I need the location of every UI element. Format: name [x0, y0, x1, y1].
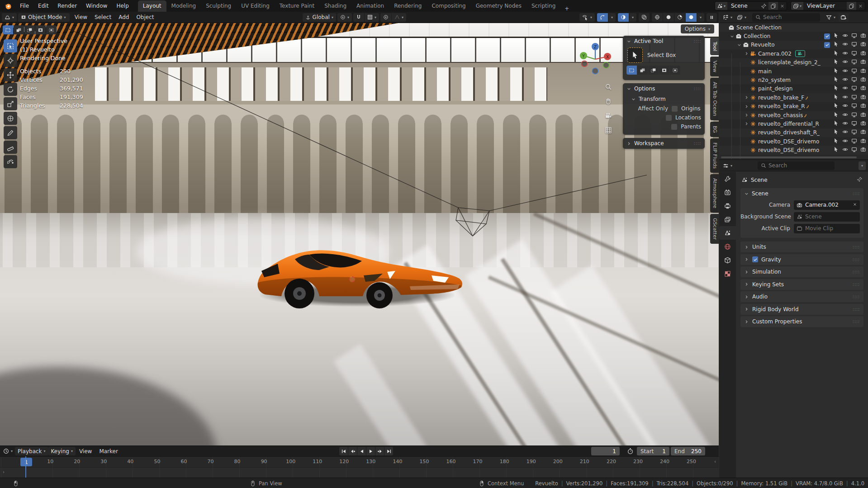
transform-subsection[interactable]: Transform	[623, 94, 705, 104]
hide-toggle[interactable]	[842, 50, 848, 57]
navigation-gizmo[interactable]: Z Y X	[576, 40, 614, 78]
blender-logo-icon[interactable]	[0, 2, 15, 10]
shading-material-button[interactable]	[674, 13, 685, 22]
disable-viewport-toggle[interactable]	[851, 103, 857, 110]
scene-icon[interactable]: ▾	[715, 2, 727, 10]
play-button[interactable]	[366, 447, 375, 455]
shading-solid-button[interactable]	[663, 13, 674, 22]
properties-tab-viewlayer[interactable]	[719, 213, 736, 226]
tool-select-box[interactable]	[4, 39, 17, 52]
pan-button[interactable]	[602, 95, 614, 107]
viewlayer-selector-value[interactable]: ViewLayer	[803, 3, 847, 9]
show-overlays-toggle[interactable]	[618, 13, 629, 22]
properties-tab-render[interactable]	[719, 185, 736, 199]
hide-toggle[interactable]	[842, 112, 848, 119]
scene-panel-header[interactable]: Scene::::	[740, 188, 863, 199]
selectable-toggle[interactable]	[833, 138, 839, 145]
outliner-row[interactable]: revuelto_DSE_drivemo	[719, 146, 868, 154]
outliner-row[interactable]: main	[719, 67, 868, 76]
orientation-dropdown[interactable]: Global▾	[303, 13, 336, 22]
start-frame-field[interactable]: Start1	[637, 447, 669, 455]
outliner-row[interactable]: Scene Collection	[719, 23, 868, 32]
hide-toggle[interactable]	[842, 138, 848, 145]
outliner-editor-type-button[interactable]: ▾	[721, 13, 734, 22]
collection-checkbox[interactable]	[824, 42, 830, 48]
workspace-tab-animation[interactable]: Animation	[351, 0, 389, 12]
select-mode-intersect[interactable]	[46, 25, 57, 34]
workspace-tab-geometry-nodes[interactable]: Geometry Nodes	[471, 0, 526, 12]
select-mode-subtract[interactable]	[24, 25, 35, 34]
proportional-falloff-dropdown[interactable]: ▾	[392, 13, 406, 22]
pin-icon[interactable]	[857, 176, 863, 184]
tool-rotate[interactable]	[4, 83, 17, 96]
hide-toggle[interactable]	[842, 129, 848, 136]
disable-render-toggle[interactable]	[860, 120, 866, 128]
disable-render-toggle[interactable]	[860, 103, 866, 110]
section-custom-properties[interactable]: Custom Properties::::	[740, 316, 863, 327]
disable-render-toggle[interactable]	[860, 41, 866, 48]
expand-toggle[interactable]	[729, 34, 735, 39]
hide-toggle[interactable]	[842, 103, 848, 110]
tool-annotate[interactable]	[4, 126, 17, 139]
gizmo-dropdown[interactable]: ▾	[608, 13, 616, 22]
checkbox-locations[interactable]	[666, 115, 672, 121]
shading-rendered-button[interactable]	[686, 13, 697, 22]
tool-cursor[interactable]	[4, 54, 17, 67]
tool-transform[interactable]	[4, 112, 17, 125]
select-mode-invert[interactable]	[659, 66, 669, 75]
copy-icon[interactable]	[847, 2, 856, 10]
tool-add-cube[interactable]	[4, 155, 17, 168]
outliner-row[interactable]: revuelto_DSE_drivemo	[719, 137, 868, 146]
copy-icon[interactable]	[768, 2, 778, 10]
disable-viewport-toggle[interactable]	[851, 41, 857, 48]
section-units[interactable]: Units::::	[740, 242, 863, 252]
workspace-tab-rendering[interactable]: Rendering	[389, 0, 427, 12]
section-rigid-body-world[interactable]: Rigid Body World::::	[740, 304, 863, 315]
disable-render-toggle[interactable]	[860, 85, 866, 92]
viewlayer-selector[interactable]: ▾ ViewLayer	[791, 1, 865, 10]
jump-to-start-button[interactable]	[339, 447, 348, 455]
disable-viewport-toggle[interactable]	[851, 33, 857, 40]
outliner-row[interactable]: revuelto_driveshaft_R_	[719, 128, 868, 137]
select-mode-subtract[interactable]	[648, 66, 659, 75]
pivot-dropdown[interactable]: ▾	[337, 13, 352, 22]
select-mode-extend[interactable]	[14, 25, 24, 34]
options-dropdown[interactable]: Options▾	[681, 24, 714, 33]
disable-render-toggle[interactable]	[860, 33, 866, 40]
select-mode-invert[interactable]	[35, 25, 46, 34]
auto-keying-icon[interactable]	[627, 448, 634, 456]
workspace-tab-compositing[interactable]: Compositing	[427, 0, 470, 12]
tool-move[interactable]	[4, 68, 17, 81]
scene-selector-value[interactable]: Scene	[727, 3, 759, 9]
selectable-toggle[interactable]	[833, 94, 839, 101]
expand-toggle[interactable]	[743, 113, 750, 118]
sidebar-tab-flip-fluids[interactable]: FLIP Fluids	[710, 138, 719, 173]
ortho-toggle-button[interactable]	[602, 124, 614, 136]
selectable-toggle[interactable]	[833, 59, 839, 66]
selectable-toggle[interactable]	[833, 120, 839, 128]
sidebar-tab-atmosphere[interactable]: Atmosphere	[710, 174, 719, 213]
disable-viewport-toggle[interactable]	[851, 112, 857, 119]
properties-editor-type-button[interactable]: ▾	[721, 161, 734, 170]
tool-scale[interactable]	[4, 97, 17, 110]
current-frame-indicator[interactable]: 1	[20, 458, 32, 466]
hide-toggle[interactable]	[842, 85, 848, 92]
workspace-tab-texture-paint[interactable]: Texture Paint	[275, 0, 319, 12]
visibility-dropdown[interactable]: ▾	[579, 13, 595, 22]
add-workspace-button[interactable]: +	[560, 5, 573, 12]
workspace-section-header[interactable]: Workspace::::	[623, 138, 705, 149]
selectable-toggle[interactable]	[833, 68, 839, 75]
workspace-tab-layout[interactable]: Layout	[138, 0, 166, 12]
disable-viewport-toggle[interactable]	[851, 147, 857, 154]
disable-viewport-toggle[interactable]	[851, 120, 857, 128]
sidebar-tab-tool[interactable]: Tool	[710, 38, 719, 55]
hide-toggle[interactable]	[842, 68, 848, 75]
timeline-ruler[interactable]: 1 ‹ 102030405060708090100110120130140150…	[0, 456, 719, 467]
overlays-dropdown[interactable]: ▾	[629, 13, 636, 22]
disable-viewport-toggle[interactable]	[851, 85, 857, 92]
expand-toggle[interactable]	[736, 43, 743, 47]
checkbox-origins[interactable]	[672, 106, 678, 112]
sidebar-tab-bg[interactable]: BG	[710, 122, 719, 137]
proportional-edit-toggle[interactable]	[380, 13, 391, 22]
properties-tab-world[interactable]	[719, 240, 736, 253]
